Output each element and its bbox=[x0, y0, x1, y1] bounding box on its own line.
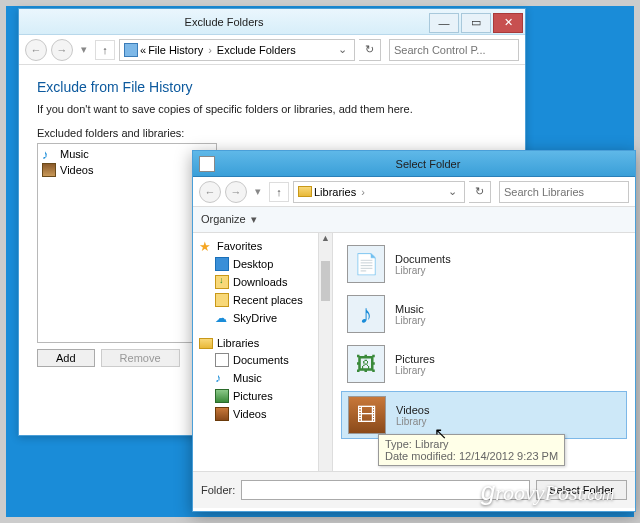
history-dropdown[interactable]: ▾ bbox=[251, 181, 265, 203]
tree-scrollbar[interactable]: ▲ bbox=[318, 233, 332, 471]
navigation-tree: ★Favorites Desktop Downloads Recent plac… bbox=[193, 233, 333, 471]
pictures-icon bbox=[347, 345, 385, 383]
breadcrumb-part[interactable]: Exclude Folders bbox=[217, 44, 296, 56]
refresh-button[interactable]: ↻ bbox=[359, 39, 381, 61]
page-description: If you don't want to save copies of spec… bbox=[37, 103, 507, 115]
library-item-documents[interactable]: DocumentsLibrary bbox=[341, 241, 627, 287]
add-button[interactable]: Add bbox=[37, 349, 95, 367]
dialog-icon bbox=[199, 156, 215, 172]
address-bar[interactable]: « File History › Exclude Folders ⌄ bbox=[119, 39, 355, 61]
tree-desktop[interactable]: Desktop bbox=[193, 255, 332, 273]
list-label: Excluded folders and libraries: bbox=[37, 127, 507, 139]
star-icon: ★ bbox=[199, 239, 213, 253]
forward-button[interactable]: → bbox=[51, 39, 73, 61]
music-icon bbox=[347, 295, 385, 333]
refresh-button[interactable]: ↻ bbox=[469, 181, 491, 203]
documents-icon bbox=[347, 245, 385, 283]
breadcrumb-part[interactable]: File History bbox=[148, 44, 203, 56]
address-dropdown[interactable]: ⌄ bbox=[335, 43, 350, 56]
up-button[interactable]: ↑ bbox=[95, 40, 115, 60]
toolbar: ← → ▾ ↑ « File History › Exclude Folders… bbox=[19, 35, 525, 65]
downloads-icon bbox=[215, 275, 229, 289]
videos-icon bbox=[348, 396, 386, 434]
window-title: Exclude Folders bbox=[19, 16, 429, 28]
tree-recent[interactable]: Recent places bbox=[193, 291, 332, 309]
history-dropdown[interactable]: ▾ bbox=[77, 39, 91, 61]
list-item-label: Videos bbox=[60, 164, 93, 176]
tree-skydrive[interactable]: SkyDrive bbox=[193, 309, 332, 327]
tree-videos[interactable]: Videos bbox=[193, 405, 332, 423]
desktop-icon bbox=[215, 257, 229, 271]
maximize-button[interactable]: ▭ bbox=[461, 13, 491, 33]
location-icon bbox=[124, 43, 138, 57]
breadcrumb-part[interactable]: Libraries bbox=[314, 186, 356, 198]
up-button[interactable]: ↑ bbox=[269, 182, 289, 202]
libraries-icon bbox=[298, 186, 312, 197]
list-item-label: Music bbox=[60, 148, 89, 160]
breadcrumb-sep: › bbox=[358, 186, 368, 198]
address-dropdown[interactable]: ⌄ bbox=[445, 185, 460, 198]
watermark: ggroovyPostroovyPost.com bbox=[481, 476, 614, 507]
search-input[interactable] bbox=[499, 181, 629, 203]
libraries-icon bbox=[199, 338, 213, 349]
page-heading: Exclude from File History bbox=[37, 79, 507, 95]
library-item-pictures[interactable]: PicturesLibrary bbox=[341, 341, 627, 387]
library-item-music[interactable]: MusicLibrary bbox=[341, 291, 627, 337]
library-item-videos[interactable]: VideosLibrary bbox=[341, 391, 627, 439]
organize-bar: Organize ▾ bbox=[193, 207, 635, 233]
dialog-title: Select Folder bbox=[221, 158, 635, 170]
skydrive-icon bbox=[215, 311, 229, 325]
documents-icon bbox=[215, 353, 229, 367]
remove-button: Remove bbox=[101, 349, 180, 367]
tree-pictures[interactable]: Pictures bbox=[193, 387, 332, 405]
forward-button[interactable]: → bbox=[225, 181, 247, 203]
tree-favorites[interactable]: ★Favorites bbox=[193, 237, 332, 255]
search-input[interactable] bbox=[389, 39, 519, 61]
tree-music[interactable]: Music bbox=[193, 369, 332, 387]
tree-documents[interactable]: Documents bbox=[193, 351, 332, 369]
breadcrumb-sep: › bbox=[205, 44, 215, 56]
list-item[interactable]: Videos bbox=[40, 162, 214, 178]
music-icon bbox=[215, 371, 229, 385]
window-titlebar: Exclude Folders — ▭ ✕ bbox=[19, 9, 525, 35]
tooltip: Type: Library Date modified: 12/14/2012 … bbox=[378, 434, 565, 466]
excluded-list[interactable]: Music Videos bbox=[37, 143, 217, 343]
video-icon bbox=[42, 163, 56, 177]
pictures-icon bbox=[215, 389, 229, 403]
tree-libraries[interactable]: Libraries bbox=[193, 335, 332, 351]
minimize-button[interactable]: — bbox=[429, 13, 459, 33]
dialog-toolbar: ← → ▾ ↑ Libraries › ⌄ ↻ bbox=[193, 177, 635, 207]
list-item[interactable]: Music bbox=[40, 146, 214, 162]
breadcrumb-sep: « bbox=[140, 44, 146, 56]
videos-icon bbox=[215, 407, 229, 421]
back-button[interactable]: ← bbox=[199, 181, 221, 203]
address-bar[interactable]: Libraries › ⌄ bbox=[293, 181, 465, 203]
back-button[interactable]: ← bbox=[25, 39, 47, 61]
tree-downloads[interactable]: Downloads bbox=[193, 273, 332, 291]
dialog-titlebar: Select Folder bbox=[193, 151, 635, 177]
organize-menu[interactable]: Organize ▾ bbox=[201, 213, 257, 226]
close-button[interactable]: ✕ bbox=[493, 13, 523, 33]
folder-label: Folder: bbox=[201, 484, 235, 496]
music-icon bbox=[42, 147, 56, 161]
recent-icon bbox=[215, 293, 229, 307]
